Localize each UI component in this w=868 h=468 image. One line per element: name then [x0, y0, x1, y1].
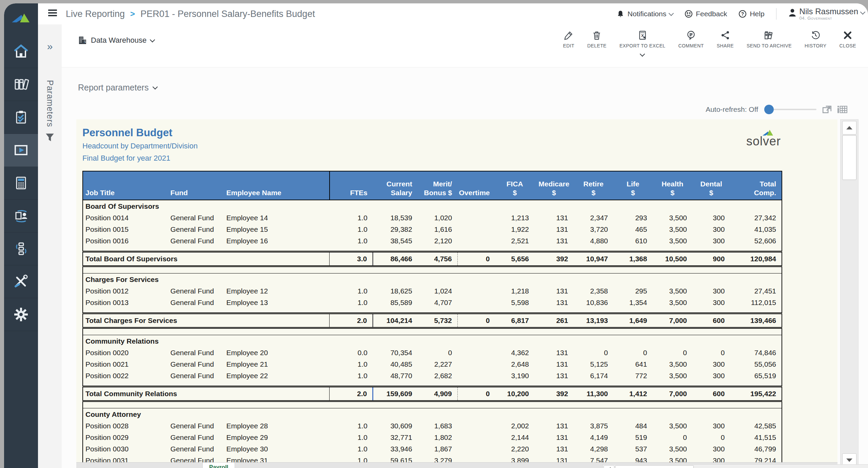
- cell: Employee 14: [224, 212, 330, 224]
- sheet-tab-payroll[interactable]: Payroll: [202, 463, 235, 468]
- expand-parameters-icon[interactable]: »: [38, 41, 62, 52]
- cell: 1,213: [495, 212, 534, 224]
- parameters-rail: » Parameters: [38, 24, 62, 468]
- total-value: 600: [692, 313, 730, 328]
- scroll-left-button[interactable]: [604, 465, 614, 468]
- cell: General Fund: [168, 359, 224, 370]
- sidebar-item-workflow[interactable]: [4, 232, 38, 265]
- cell: 943: [613, 455, 652, 462]
- cell: 27,451: [730, 285, 782, 297]
- open-in-window-icon[interactable]: [822, 104, 832, 115]
- report-parameters-toggle[interactable]: Report parameters: [78, 83, 157, 93]
- cell: 0: [692, 347, 730, 359]
- delete-button[interactable]: DELETE: [581, 28, 613, 51]
- cell: 3,899: [495, 455, 534, 462]
- data-row[interactable]: Position 0028General FundEmployee 281.03…: [83, 420, 782, 432]
- total-label: Total Board Of Supervisors: [83, 252, 330, 266]
- cell: 59,615: [373, 455, 418, 462]
- arrow-down-icon: [846, 459, 852, 462]
- user-menu[interactable]: Nils Rasmussen 04. Government: [788, 7, 865, 21]
- data-row[interactable]: Position 0031General FundEmployee 311.05…: [83, 455, 782, 462]
- cell: 300: [692, 455, 730, 462]
- breadcrumb-section[interactable]: Live Reporting: [66, 9, 125, 19]
- data-row[interactable]: Position 0014General FundEmployee 141.01…: [83, 212, 782, 224]
- share-button[interactable]: SHARE: [710, 28, 740, 51]
- cell: 70,354: [373, 347, 418, 359]
- cell: 42,585: [730, 420, 782, 432]
- sidebar-item-home[interactable]: [4, 35, 38, 68]
- toolbar-actions: EDIT DELETE X EXP: [557, 28, 863, 59]
- data-row[interactable]: Position 0029General FundEmployee 291.03…: [83, 432, 782, 443]
- comment-button[interactable]: COMMENT: [672, 28, 710, 51]
- send-to-archive-button[interactable]: SEND TO ARCHIVE: [740, 28, 798, 51]
- total-value: 195,422: [730, 387, 782, 401]
- cell: 6,174: [573, 370, 613, 382]
- cell: 2,521: [495, 235, 534, 247]
- total-value: 159,609: [373, 387, 418, 401]
- notifications-label: Notifications: [628, 10, 666, 18]
- sidebar-item-live-reporting[interactable]: [4, 134, 38, 167]
- data-row[interactable]: Position 0016General FundEmployee 161.03…: [83, 235, 782, 247]
- column-header-overtime: Overtime: [457, 171, 495, 200]
- cell: Employee 21: [224, 359, 330, 370]
- data-row[interactable]: Position 0020General FundEmployee 200.07…: [83, 347, 782, 359]
- solver-logo[interactable]: [4, 9, 38, 27]
- sheet-prev-icon[interactable]: ‹: [82, 464, 85, 468]
- horizontal-scrollbar-thumb[interactable]: [615, 465, 694, 468]
- cell: 1,020: [418, 212, 458, 224]
- cell: 2,144: [495, 432, 534, 443]
- horizontal-scrollbar[interactable]: [603, 464, 868, 468]
- table-view-icon[interactable]: [837, 104, 848, 115]
- data-row[interactable]: Position 0030General FundEmployee 301.03…: [83, 443, 782, 455]
- vertical-scrollbar[interactable]: [840, 119, 859, 468]
- sidebar-item-settings[interactable]: [4, 298, 38, 331]
- total-value: 6,817: [495, 313, 534, 328]
- data-source-picker[interactable]: Data Warehouse: [78, 36, 154, 45]
- data-row[interactable]: Position 0021General FundEmployee 211.04…: [83, 359, 782, 370]
- cell: 0: [692, 432, 730, 443]
- sheet-next-icon[interactable]: ›: [94, 464, 97, 468]
- feedback-button[interactable]: Feedback: [685, 10, 727, 18]
- cell: 3,279: [418, 455, 458, 462]
- column-header--: Retire$: [573, 171, 613, 200]
- total-value: 5,656: [495, 252, 534, 266]
- report-viewport[interactable]: Personnel Budget Headcount by Department…: [76, 119, 837, 462]
- history-button[interactable]: HISTORY: [798, 28, 833, 51]
- cell: 300: [692, 212, 730, 224]
- export-to-excel-button[interactable]: X EXPORT TO EXCEL: [613, 28, 672, 59]
- column-header-fund: Fund: [168, 171, 224, 200]
- cell: Employee 16: [224, 235, 330, 247]
- vertical-scrollbar-thumb[interactable]: [842, 135, 856, 180]
- cell: 131: [534, 224, 573, 235]
- cell: 465: [613, 224, 652, 235]
- autorefresh-slider[interactable]: [766, 109, 816, 110]
- sidebar-item-tools[interactable]: [4, 265, 38, 298]
- funnel-icon[interactable]: [38, 132, 62, 142]
- autorefresh-label: Auto-refresh: Off: [706, 105, 758, 114]
- sidebar-item-calculator[interactable]: [4, 167, 38, 200]
- data-row[interactable]: Position 0022General FundEmployee 221.04…: [83, 370, 782, 382]
- data-row[interactable]: Position 0015General FundEmployee 151.02…: [83, 224, 782, 235]
- scroll-up-button[interactable]: [842, 121, 856, 135]
- data-row[interactable]: Position 0012General FundEmployee 121.01…: [83, 285, 782, 297]
- cell: 1,616: [418, 224, 458, 235]
- cell: Position 0030: [83, 443, 168, 455]
- smiley-icon: [685, 10, 693, 18]
- cell: [457, 224, 495, 235]
- edit-button[interactable]: EDIT: [557, 28, 581, 51]
- hamburger-menu-icon[interactable]: [48, 9, 57, 17]
- close-button[interactable]: CLOSE: [833, 28, 863, 51]
- sidebar-nav: [4, 35, 38, 331]
- help-button[interactable]: ? Help: [738, 10, 764, 18]
- cell: Employee 13: [224, 297, 330, 308]
- sidebar-item-checklist[interactable]: [4, 101, 38, 134]
- sidebar-item-binders[interactable]: [4, 68, 38, 101]
- data-row[interactable]: Position 0013General FundEmployee 131.08…: [83, 297, 782, 308]
- sidebar-item-assignments[interactable]: [4, 200, 38, 232]
- autorefresh-slider-knob[interactable]: [764, 105, 774, 114]
- total-value: 13,193: [573, 313, 613, 328]
- notifications-button[interactable]: Notifications: [616, 9, 673, 18]
- section-name: Board Of Supervisors: [83, 200, 782, 212]
- cell: 2,002: [495, 420, 534, 432]
- total-value: 0: [457, 387, 495, 401]
